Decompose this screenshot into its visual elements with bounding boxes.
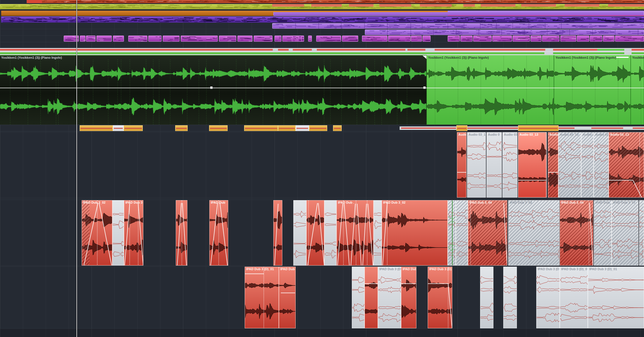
pattern-clip[interactable] — [181, 36, 218, 42]
pattern-clip[interactable] — [292, 36, 296, 42]
mini-clip[interactable] — [124, 125, 143, 131]
audio-clip[interactable]: Audio 0 — [486, 132, 502, 198]
pattern-clip[interactable] — [316, 36, 341, 42]
audio-clip[interactable] — [503, 267, 517, 328]
audio-clip[interactable]: IPAD Dub 3 (D — [378, 267, 401, 328]
clip-fade-corner[interactable] — [422, 56, 427, 59]
pattern-clip[interactable] — [298, 36, 302, 42]
pattern-clip[interactable] — [272, 23, 644, 29]
mini-clip[interactable] — [113, 125, 124, 131]
audio-clip[interactable]: IPAD Dub . — [336, 200, 374, 266]
audio-clip[interactable]: IPAD Dub 3 (D — [536, 267, 560, 328]
audio-clip[interactable]: IPAD Dub 3_04 — [468, 200, 507, 266]
pattern-clip[interactable] — [473, 36, 492, 42]
mini-clip[interactable] — [244, 125, 278, 131]
pattern-clip[interactable] — [448, 36, 460, 42]
pattern-clip[interactable] — [460, 36, 473, 42]
automation-handle[interactable] — [423, 86, 426, 89]
pattern-clip[interactable] — [237, 36, 253, 42]
audio-clip[interactable] — [374, 200, 382, 266]
audio-clip-piano[interactable]: Yosikken1 (Yosikken1 (3)) (Piano Ingolv) — [427, 55, 554, 125]
pattern-clip[interactable] — [308, 36, 312, 42]
pattern-clip[interactable] — [542, 36, 559, 42]
automation-handle[interactable] — [210, 86, 213, 89]
pattern-clip[interactable] — [1, 11, 273, 16]
pattern-clip[interactable] — [96, 36, 112, 42]
pattern-clip[interactable] — [254, 36, 272, 42]
audio-clip[interactable]: IPAD Dub — [594, 200, 612, 266]
mini-clip[interactable] — [296, 125, 309, 131]
pattern-clip[interactable] — [86, 36, 96, 42]
audio-clip[interactable]: IPAD Dub — [401, 267, 416, 328]
pattern-clip[interactable] — [1, 16, 644, 23]
pattern-clip[interactable] — [80, 36, 85, 42]
audio-clip-piano[interactable]: Yosikken1 (Yosikken1 (3)) (Piano Ingolv) — [631, 55, 644, 125]
audio-clip-piano[interactable]: Yosikken1 (Yosikken1 (3)) (Piano Ingolv) — [0, 55, 427, 125]
audio-clip[interactable]: Audio 03_13 — [467, 132, 486, 198]
audio-clip[interactable] — [352, 267, 365, 328]
audio-clip-piano[interactable]: Yosikken1 (Yosikken1 (3)) (Piano Ingolv) — [554, 55, 631, 125]
audio-clip[interactable]: Audio 03_13 — [558, 132, 581, 198]
pattern-clip[interactable] — [422, 36, 431, 42]
pattern-clip[interactable] — [615, 36, 644, 42]
mini-clip[interactable] — [80, 125, 113, 131]
audio-clip[interactable]: Audio 03 — [502, 132, 517, 198]
audio-clip[interactable]: Audio — [548, 132, 558, 198]
audio-clip[interactable]: IPAD Dub 3 — [124, 200, 143, 266]
audio-clip[interactable]: Audio 03_13 — [518, 132, 547, 198]
audio-clip[interactable]: IPAD Dub 3 (D)_01 — [588, 267, 644, 328]
pattern-clip[interactable] — [388, 36, 411, 42]
pattern-clip[interactable] — [492, 36, 512, 42]
pattern-clip[interactable] — [219, 36, 236, 42]
mini-clip[interactable] — [309, 125, 327, 131]
pattern-clip[interactable] — [603, 36, 614, 42]
pattern-clip[interactable] — [27, 0, 42, 3]
audio-clip[interactable]: IPAD Dub 3 (D) — [428, 267, 452, 328]
pattern-clip[interactable] — [530, 36, 541, 42]
audio-clip[interactable]: IPAD Dub 3_07 — [612, 200, 638, 266]
pattern-clip[interactable] — [590, 36, 602, 42]
pattern-clip[interactable] — [27, 0, 644, 3]
audio-clip[interactable]: IPAD Dub — [279, 267, 296, 328]
pattern-clip[interactable] — [128, 36, 147, 42]
pattern-clip[interactable] — [560, 36, 576, 42]
mini-clip[interactable] — [333, 125, 342, 131]
mini-clip[interactable] — [278, 125, 296, 131]
automation-line[interactable] — [0, 88, 644, 88]
audio-clip[interactable] — [639, 200, 644, 266]
audio-clip[interactable]: Audio 03_13 — [609, 132, 644, 198]
audio-clip[interactable] — [480, 267, 493, 328]
pattern-clip[interactable] — [577, 36, 589, 42]
audio-clip[interactable] — [112, 200, 124, 266]
audio-clip[interactable] — [456, 200, 468, 266]
audio-clip[interactable]: IPAD Dub 3_02 — [382, 200, 448, 266]
pattern-clip[interactable] — [275, 36, 281, 42]
audio-clip[interactable] — [273, 200, 282, 266]
audio-clip[interactable] — [448, 200, 456, 266]
audio-clip[interactable]: IPAD Dub 3_02 — [82, 200, 112, 266]
audio-clip[interactable] — [293, 200, 306, 266]
pattern-clip[interactable] — [148, 36, 162, 42]
pattern-clip[interactable] — [113, 36, 124, 42]
mini-clip[interactable] — [175, 125, 188, 131]
audio-clip[interactable] — [365, 267, 378, 328]
audio-clip[interactable] — [324, 200, 336, 266]
audio-clip[interactable]: Audio — [457, 132, 466, 198]
audio-clip[interactable]: Audio 03 — [594, 132, 609, 198]
playhead[interactable] — [76, 0, 77, 337]
audio-clip[interactable]: IPAD Dub 3 (D)_01 — [245, 267, 279, 328]
mini-clip[interactable] — [518, 125, 559, 131]
mini-clip[interactable] — [456, 125, 467, 131]
mini-clip[interactable] — [209, 125, 228, 131]
audio-clip[interactable] — [306, 200, 324, 266]
pattern-clip[interactable] — [411, 36, 422, 42]
pattern-clip[interactable] — [365, 30, 644, 35]
audio-clip[interactable]: IPAD Dub 3_04 — [560, 200, 593, 266]
audio-clip[interactable]: Audio 0 — [581, 132, 594, 198]
pattern-clip[interactable] — [342, 36, 358, 42]
pattern-clip[interactable] — [163, 36, 180, 42]
audio-clip[interactable]: IPAD Dub 3 (D)_0 — [560, 267, 588, 328]
pattern-clip[interactable] — [362, 36, 387, 42]
audio-clip[interactable] — [176, 200, 187, 266]
audio-clip[interactable]: IPAD Dub 3_02 — [508, 200, 559, 266]
